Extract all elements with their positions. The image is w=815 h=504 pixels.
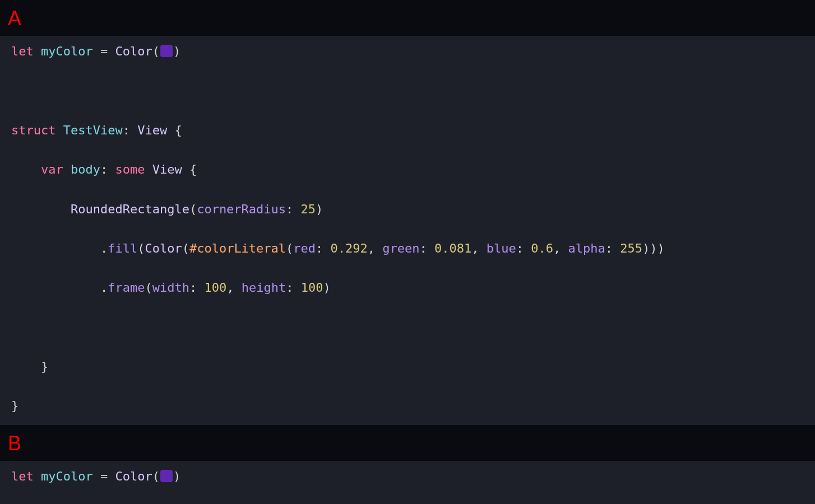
panel-b-code[interactable]: let myColor = Color() struct TestView: V… xyxy=(0,461,815,504)
code-block-b[interactable]: let myColor = Color() struct TestView: V… xyxy=(11,466,804,504)
method-frame: frame xyxy=(108,281,145,295)
panel-b-label: B xyxy=(8,432,21,455)
type-roundedrect: RoundedRectangle xyxy=(71,202,189,216)
type-color: Color xyxy=(115,44,152,58)
keyword-let: let xyxy=(11,44,34,58)
panel-a-label-bar: A xyxy=(0,0,815,36)
panel-a-code[interactable]: let myColor = Color() struct TestView: V… xyxy=(0,36,815,425)
color-swatch-icon[interactable] xyxy=(160,470,173,482)
code-block-a[interactable]: let myColor = Color() struct TestView: V… xyxy=(11,41,804,416)
property-body: body xyxy=(71,162,100,176)
method-fill: fill xyxy=(108,241,137,255)
keyword-struct: struct xyxy=(11,123,55,137)
panel-b-label-bar: B xyxy=(0,425,815,461)
color-swatch-icon[interactable] xyxy=(160,45,173,57)
macro-colorliteral: #colorLiteral xyxy=(189,241,286,255)
type-testview: TestView xyxy=(63,123,123,137)
identifier-mycolor: myColor xyxy=(41,44,93,58)
keyword-var: var xyxy=(41,162,63,176)
panel-a-label: A xyxy=(8,7,21,30)
